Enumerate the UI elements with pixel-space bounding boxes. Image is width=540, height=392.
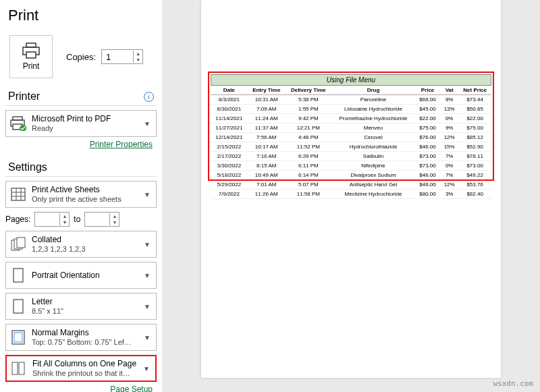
svg-rect-14 bbox=[17, 237, 25, 248]
printer-section-title: Printer bbox=[8, 90, 40, 103]
paper-line1: Letter bbox=[32, 297, 141, 306]
scaling-dropdown[interactable]: Fit All Columns on One PageShrink the pr… bbox=[5, 355, 157, 382]
pages-to-label: to bbox=[74, 215, 80, 224]
settings-section-title: Settings bbox=[8, 161, 47, 173]
preview-page: Using File Menu DateEntry TimeDelivery T… bbox=[201, 0, 501, 378]
chevron-down-icon: ▼ bbox=[141, 191, 153, 198]
margins-icon bbox=[9, 328, 28, 347]
chevron-down-icon: ▼ bbox=[141, 120, 153, 128]
printer-status-icon bbox=[9, 114, 28, 133]
collate-line2: 1,2,3 1,2,3 1,2,3 bbox=[32, 245, 141, 254]
svg-rect-0 bbox=[26, 43, 36, 47]
print-what-dropdown[interactable]: Print Active SheetsOnly print the active… bbox=[5, 181, 157, 208]
chevron-down-icon: ▼ bbox=[141, 334, 153, 341]
margins-line1: Normal Margins bbox=[32, 328, 141, 337]
chevron-down-icon: ▼ bbox=[141, 303, 153, 310]
svg-rect-3 bbox=[13, 117, 22, 120]
collate-icon bbox=[9, 235, 28, 254]
scaling-line1: Fit All Columns on One Page bbox=[32, 359, 140, 368]
svg-rect-19 bbox=[12, 362, 18, 374]
print-button-label: Print bbox=[23, 61, 40, 71]
printer-properties-link[interactable]: Printer Properties bbox=[5, 140, 157, 149]
pages-label: Pages: bbox=[5, 215, 30, 224]
watermark: wsxdn.com bbox=[493, 379, 533, 388]
portrait-icon bbox=[9, 266, 28, 285]
highlight-annotation bbox=[208, 72, 494, 181]
printer-dropdown[interactable]: Microsoft Print to PDF Ready ▼ bbox=[5, 110, 157, 137]
svg-rect-16 bbox=[14, 300, 23, 313]
printer-status: Ready bbox=[32, 124, 141, 133]
collate-line1: Collated bbox=[32, 235, 141, 244]
print-preview-area: Using File Menu DateEntry TimeDelivery T… bbox=[162, 0, 540, 392]
margins-line2: Top: 0.75" Bottom: 0.75" Lef… bbox=[32, 338, 141, 347]
orient-line1: Portrait Orientation bbox=[32, 271, 141, 280]
chevron-down-icon: ▼ bbox=[140, 365, 153, 372]
scaling-line2: Shrink the printout so that it… bbox=[32, 369, 140, 378]
spinner-down[interactable]: ▼ bbox=[134, 57, 142, 63]
copies-label: Copies: bbox=[66, 52, 96, 62]
svg-rect-2 bbox=[26, 52, 36, 58]
printer-icon bbox=[21, 43, 41, 59]
copies-value: 1 bbox=[102, 52, 133, 62]
print-button[interactable]: Print bbox=[9, 35, 53, 78]
svg-rect-7 bbox=[11, 188, 25, 200]
info-icon[interactable]: i bbox=[144, 92, 154, 102]
margins-dropdown[interactable]: Normal MarginsTop: 0.75" Bottom: 0.75" L… bbox=[5, 324, 157, 351]
svg-rect-15 bbox=[14, 269, 23, 282]
table-row: 5/29/20227:01 AM5:07 PMAntiseptic Hand G… bbox=[211, 180, 491, 190]
sheets-icon bbox=[9, 185, 28, 204]
orientation-dropdown[interactable]: Portrait Orientation ▼ bbox=[5, 262, 157, 289]
print-what-line1: Print Active Sheets bbox=[32, 185, 141, 194]
table-row: 7/9/202211:26 AM11:58 PMMeclizine Hydroc… bbox=[211, 190, 491, 199]
paper-icon bbox=[9, 297, 28, 316]
chevron-down-icon: ▼ bbox=[141, 272, 153, 279]
fit-columns-icon bbox=[9, 359, 28, 378]
svg-rect-20 bbox=[19, 362, 24, 374]
print-what-line2: Only print the active sheets bbox=[32, 195, 141, 204]
pages-to-spinner[interactable]: ▲▼ bbox=[84, 212, 119, 227]
copies-spinner[interactable]: 1 ▲▼ bbox=[101, 49, 143, 64]
page-setup-link[interactable]: Page Setup bbox=[5, 385, 157, 392]
pages-from-spinner[interactable]: ▲▼ bbox=[34, 212, 70, 227]
spinner-up[interactable]: ▲ bbox=[134, 51, 142, 57]
paper-size-dropdown[interactable]: Letter8.5" x 11" ▼ bbox=[5, 293, 157, 320]
page-title: Print bbox=[5, 7, 157, 24]
paper-line2: 8.5" x 11" bbox=[32, 307, 141, 316]
printer-name: Microsoft Print to PDF bbox=[32, 114, 141, 123]
collation-dropdown[interactable]: Collated1,2,3 1,2,3 1,2,3 ▼ bbox=[5, 231, 157, 258]
chevron-down-icon: ▼ bbox=[141, 241, 153, 248]
